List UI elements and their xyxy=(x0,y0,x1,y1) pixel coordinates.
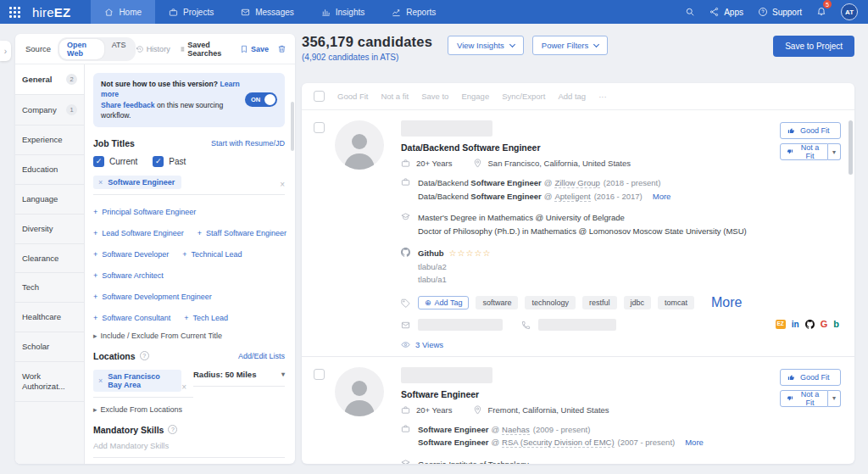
power-filters-button[interactable]: Power Filters xyxy=(532,36,608,55)
not-a-fit-button[interactable]: Not a Fit xyxy=(780,390,828,407)
category-language[interactable]: Language xyxy=(15,185,84,215)
include-exclude-toggle[interactable]: Include / Exclude From Current Title xyxy=(93,332,285,340)
bulk-not-a-fit[interactable]: Not a fit xyxy=(381,92,409,101)
category-diversity[interactable]: Diversity xyxy=(15,215,84,244)
suggested-title[interactable]: Software Developer xyxy=(93,250,169,259)
category-experience[interactable]: Experience xyxy=(15,125,84,155)
more-tags-link[interactable]: More xyxy=(711,295,742,310)
nav-item-insights[interactable]: Insights xyxy=(308,0,378,24)
suggested-title[interactable]: Technical Lead xyxy=(182,250,242,259)
source-option-ats[interactable]: ATS xyxy=(104,39,134,59)
bulk-sync-export[interactable]: Sync/Export xyxy=(502,92,545,101)
nav-item-projects[interactable]: Projects xyxy=(155,0,227,24)
redacted-candidate-name[interactable] xyxy=(401,120,492,137)
google-icon[interactable] xyxy=(821,320,828,329)
suggested-title[interactable]: Tech Lead xyxy=(184,314,228,322)
bulk-good-fit[interactable]: Good Fit xyxy=(337,92,368,101)
company-link[interactable]: Zillow Group xyxy=(554,178,599,188)
saved-searches-button[interactable]: Saved Searches xyxy=(179,41,231,58)
category-education[interactable]: Education xyxy=(15,155,84,185)
suggested-title[interactable]: Software Architect xyxy=(93,271,164,280)
linkedin-icon[interactable] xyxy=(792,321,799,329)
app-grid-icon[interactable] xyxy=(9,7,20,18)
add-edit-lists-link[interactable]: Add/Edit Lists xyxy=(238,352,285,360)
github-repo[interactable]: tlabu/a1 xyxy=(418,273,491,286)
more-jobs-link[interactable]: More xyxy=(685,438,704,447)
candidate-headline[interactable]: Data/Backend Software Engineer xyxy=(401,142,843,153)
ats-candidate-count[interactable]: (4,902 candidates in ATS) xyxy=(302,53,432,62)
candidate-headline[interactable]: Software Engineer xyxy=(401,389,843,399)
views-link[interactable]: 3 Views xyxy=(401,340,843,349)
search-icon[interactable] xyxy=(685,7,695,17)
help-icon[interactable] xyxy=(168,425,177,434)
remove-tag-icon[interactable]: × xyxy=(98,178,103,187)
filter-scrollbar[interactable] xyxy=(291,102,294,151)
start-with-resume-link[interactable]: Start with Resume/JD xyxy=(211,139,285,148)
suggested-title[interactable]: Principal Software Engineer xyxy=(93,208,196,216)
nav-item-messages[interactable]: Messages xyxy=(227,0,308,24)
bing-icon[interactable] xyxy=(833,320,839,329)
current-checkbox[interactable]: Current xyxy=(93,156,137,167)
candidate-checkbox[interactable] xyxy=(314,122,325,133)
good-fit-button[interactable]: Good Fit xyxy=(780,369,841,386)
nav-item-home[interactable]: Home xyxy=(91,0,155,24)
category-work-authorization[interactable]: Work Authorizat... xyxy=(15,362,84,402)
panel-collapse-handle[interactable]: › xyxy=(0,41,11,61)
select-all-checkbox[interactable] xyxy=(314,91,325,102)
candidate-tag[interactable]: software xyxy=(476,296,518,309)
user-avatar[interactable]: AT xyxy=(841,3,858,20)
history-button[interactable]: History xyxy=(136,45,170,53)
support-menu[interactable]: Support xyxy=(758,7,802,17)
version-toggle[interactable]: ON xyxy=(245,92,277,107)
past-checkbox[interactable]: Past xyxy=(153,156,186,167)
redacted-candidate-name[interactable] xyxy=(401,367,492,383)
mandatory-skills-input[interactable] xyxy=(93,435,285,458)
nav-item-reports[interactable]: Reports xyxy=(378,0,449,24)
job-title-tag[interactable]: ×Software Engineer xyxy=(93,176,181,189)
category-scholar[interactable]: Scholar xyxy=(15,332,84,362)
candidate-tag[interactable]: tomcat xyxy=(658,296,694,309)
not-a-fit-dropdown[interactable] xyxy=(828,143,841,160)
candidate-tag[interactable]: restful xyxy=(582,296,617,309)
not-a-fit-button[interactable]: Not a Fit xyxy=(780,143,828,160)
not-a-fit-dropdown[interactable] xyxy=(828,390,841,407)
bulk-engage[interactable]: Engage xyxy=(461,92,489,101)
suggested-title[interactable]: Staff Software Engineer xyxy=(198,229,287,237)
suggested-title[interactable]: Software Consultant xyxy=(93,314,170,322)
github-repo[interactable]: tlabu/a2 xyxy=(418,260,491,273)
bulk-more-menu[interactable]: ··· xyxy=(598,92,607,101)
clear-field-icon[interactable]: × xyxy=(181,382,186,392)
candidate-avatar[interactable] xyxy=(335,120,384,170)
help-icon[interactable] xyxy=(140,351,149,360)
candidate-avatar[interactable] xyxy=(335,367,384,416)
company-link[interactable]: RSA (Security Division of EMC) xyxy=(502,438,615,448)
view-insights-button[interactable]: View Insights xyxy=(448,36,524,55)
suggested-title[interactable]: Software Development Engineer xyxy=(93,293,212,301)
exclude-locations-toggle[interactable]: Exclude From Locations xyxy=(93,405,285,414)
save-to-project-button[interactable]: Save to Project xyxy=(773,36,854,57)
remove-tag-icon[interactable]: × xyxy=(98,376,103,385)
apps-menu[interactable]: Apps xyxy=(709,7,743,17)
category-tech[interactable]: Tech xyxy=(15,273,84,303)
category-clearance[interactable]: Clearance xyxy=(15,244,84,274)
add-tag-button[interactable]: Add Tag xyxy=(418,296,469,309)
company-link[interactable]: Naehas xyxy=(502,425,530,435)
category-company[interactable]: Company1 xyxy=(15,95,84,125)
category-general[interactable]: General2 xyxy=(15,64,84,95)
good-fit-button[interactable]: Good Fit xyxy=(780,122,841,139)
github-link-icon[interactable] xyxy=(805,320,815,329)
delete-search-button[interactable] xyxy=(277,44,287,53)
candidate-tag[interactable]: jdbc xyxy=(624,296,652,309)
bulk-add-tag[interactable]: Add tag xyxy=(558,92,586,101)
radius-dropdown[interactable]: Radius: 50 Miles xyxy=(193,370,285,387)
company-link[interactable]: Apteligent xyxy=(554,192,590,202)
source-option-open-web[interactable]: Open Web xyxy=(59,39,104,59)
category-healthcare[interactable]: Healthcare xyxy=(15,303,84,332)
share-feedback-link[interactable]: Share feedback xyxy=(101,101,155,109)
bulk-save-to[interactable]: Save to xyxy=(421,92,448,101)
save-search-button[interactable]: Save xyxy=(240,45,269,53)
hireez-logo[interactable]: hireEZ xyxy=(32,5,70,20)
results-scrollbar[interactable] xyxy=(849,120,853,175)
clear-field-icon[interactable]: × xyxy=(280,180,285,189)
notifications-button[interactable]: 5 xyxy=(816,4,826,20)
